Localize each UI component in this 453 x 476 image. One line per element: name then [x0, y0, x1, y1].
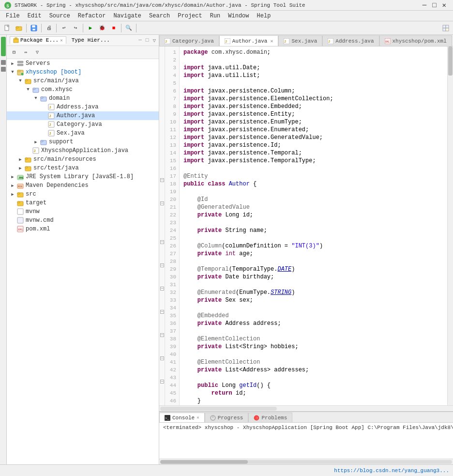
tree-item-src[interactable]: ▶ src	[7, 190, 159, 199]
menu-run[interactable]: Run	[206, 12, 225, 20]
tree-item-sex[interactable]: J Sex.java	[7, 129, 159, 138]
tree-item-support[interactable]: ▶ support	[7, 138, 159, 146]
tab-package-explorer[interactable]: Package E... ✕	[10, 36, 66, 44]
tree-item-com-xhysc[interactable]: ▼ com.xhysc	[7, 85, 159, 94]
tree-item-pom[interactable]: XML pom.xml	[7, 225, 159, 233]
svg-rect-7	[32, 25, 35, 28]
perspective-button[interactable]	[440, 23, 451, 33]
fold-enumerated[interactable]: ─	[160, 287, 164, 291]
menu-refactor[interactable]: Refactor	[74, 12, 110, 20]
bottom-hscrollbar[interactable]	[159, 459, 453, 464]
search-button[interactable]: 🔍	[123, 23, 134, 33]
sidebar-toggle[interactable]	[1, 37, 6, 56]
tab-sex[interactable]: J Sex.java	[278, 35, 322, 46]
run-button[interactable]: ▶	[85, 23, 96, 33]
tree-item-test[interactable]: ▶ src/test/java	[7, 164, 159, 172]
tab-progress[interactable]: Progress	[205, 413, 249, 422]
tree-item-application[interactable]: J XhyscshopApplication.java	[7, 146, 159, 155]
console-terminated-line: <terminated> xhyscshop - XhyscshopApplic…	[163, 425, 449, 430]
menu-edit[interactable]: Edit	[24, 12, 45, 20]
fold-column[interactable]: ─	[160, 240, 164, 244]
console-tab-x[interactable]: ✕	[196, 415, 199, 420]
tab-address[interactable]: J Address.java	[322, 35, 379, 46]
tree-item-maven[interactable]: ▶ MVN Maven Dependencies	[7, 181, 159, 190]
fold-element1[interactable]: ─	[160, 333, 164, 337]
bottom-scroll-thumb[interactable]	[160, 460, 248, 464]
fold-class[interactable]: ─	[160, 178, 164, 182]
svg-text:>_: >_	[165, 416, 169, 420]
redo-button[interactable]: ↪	[70, 23, 81, 33]
tree-item-servers[interactable]: ▶ Servers	[7, 59, 159, 68]
menu-window[interactable]: Window	[224, 12, 253, 20]
package-icon	[13, 37, 19, 43]
sidebar-icon-1[interactable]	[1, 60, 6, 65]
tree-item-mvnw-cmd[interactable]: mvnw.cmd	[7, 216, 159, 225]
minimize-button[interactable]: ─	[420, 1, 429, 9]
pe-maximize[interactable]: □	[146, 37, 149, 43]
menu-file[interactable]: File	[2, 12, 24, 20]
tab-author-close[interactable]: ✕	[270, 38, 273, 44]
pe-minimize[interactable]: ─	[138, 37, 142, 43]
code-content[interactable]: package com.xhysc.domain; import java.ut…	[180, 46, 447, 405]
hscroll-thumb[interactable]	[160, 407, 277, 411]
pe-menu-btn[interactable]: ▽	[32, 47, 43, 58]
tree-item-target[interactable]: target	[7, 199, 159, 207]
tree-item-src-main-java[interactable]: ▼ src/main/java	[7, 77, 159, 85]
bottom-scroll-track[interactable]	[160, 460, 452, 464]
svg-rect-16	[17, 64, 23, 66]
open-button[interactable]	[14, 23, 24, 33]
fold-id[interactable]: ─	[160, 201, 164, 205]
editor-hscrollbar[interactable]	[159, 405, 453, 411]
print-button[interactable]: 🖨	[44, 23, 54, 33]
new-button[interactable]	[2, 23, 13, 33]
menu-project[interactable]: Project	[174, 12, 206, 20]
fold-element2[interactable]: ─	[160, 356, 164, 360]
stop-button[interactable]: ■	[108, 23, 119, 33]
tree-item-jre[interactable]: ▶ JRE JRE System Library [JavaSE-1.8]	[7, 172, 159, 181]
scroll-thumb[interactable]	[448, 46, 453, 76]
pe-link[interactable]: ⇔	[20, 47, 31, 58]
save-button[interactable]	[29, 23, 39, 33]
fold-temporal[interactable]: ─	[160, 263, 164, 267]
pe-collapse[interactable]: ⊟	[9, 47, 19, 58]
sidebar-icon-2[interactable]	[1, 67, 6, 72]
support-icon	[40, 138, 47, 146]
src-folder-icon	[16, 190, 24, 198]
tab-pom[interactable]: XML xhyscshop/pom.xml	[379, 35, 452, 46]
mvnw-cmd-icon	[16, 216, 24, 224]
tree-item-domain[interactable]: ▼ domain	[7, 94, 159, 103]
debug-button[interactable]: 🐞	[97, 23, 107, 33]
console-content: <terminated> xhyscshop - XhyscshopApplic…	[159, 423, 453, 459]
tree-item-address[interactable]: J Address.java	[7, 103, 159, 111]
menu-navigate[interactable]: Navigate	[109, 12, 145, 20]
svg-text:MVN: MVN	[18, 185, 22, 188]
domain-package-icon	[40, 94, 47, 102]
tree-item-resources[interactable]: ▶ src/main/resources	[7, 155, 159, 164]
menu-source[interactable]: Source	[45, 12, 74, 20]
svg-rect-15	[17, 61, 23, 63]
maximize-button[interactable]: □	[429, 1, 439, 9]
problems-icon: !	[254, 415, 259, 421]
menu-help[interactable]: Help	[253, 12, 275, 20]
tab-problems[interactable]: ! Problems	[248, 413, 292, 422]
tab-category[interactable]: J Category.java	[159, 35, 219, 46]
close-button[interactable]: ✕	[439, 1, 449, 9]
menu-search[interactable]: Search	[145, 12, 174, 20]
tree-item-xhyscshop[interactable]: ▼ xhyscshop [boot]	[7, 68, 159, 77]
svg-text:XML: XML	[385, 41, 390, 44]
svg-text:J: J	[225, 40, 227, 44]
pe-tab-close[interactable]: ✕	[60, 38, 62, 43]
fold-getid[interactable]: ─	[160, 380, 164, 384]
servers-icon	[16, 60, 24, 67]
pe-menu[interactable]: ▽	[152, 37, 156, 44]
undo-button[interactable]: ↩	[59, 23, 69, 33]
tab-type-hierarchy[interactable]: Type Hier...	[68, 36, 113, 44]
tab-author[interactable]: J Author.java ✕	[219, 35, 279, 46]
tab-console[interactable]: >_ Console ✕	[159, 413, 205, 422]
fold-embedded[interactable]: ─	[160, 310, 164, 314]
code-editor[interactable]: ─ ─ ─ ─ ─ ─ ─ ─ ─ ─ 1234 5678 9101112 13…	[159, 46, 453, 405]
editor-scrollbar[interactable]	[447, 46, 453, 405]
tree-item-mvnw[interactable]: mvnw	[7, 207, 159, 216]
tree-item-category[interactable]: J Category.java	[7, 120, 159, 129]
tree-item-author[interactable]: J Author.java	[7, 111, 159, 120]
